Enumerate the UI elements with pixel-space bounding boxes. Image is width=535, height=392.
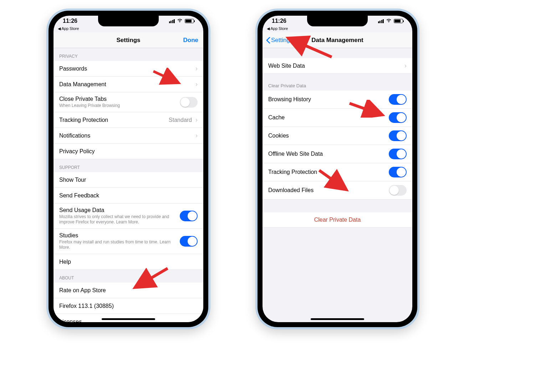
status-time: 11:26 (272, 18, 286, 24)
nav-title: Data Management (311, 37, 363, 44)
bezel: 11:26 ◀ App Store Settings Data Manageme… (258, 11, 417, 327)
cellular-icon (169, 19, 175, 23)
chevron-right-icon: › (404, 62, 407, 69)
row-close-private-tabs[interactable]: Close Private Tabs When Leaving Private … (54, 92, 203, 112)
row-tracking-protection-clear[interactable]: Tracking Protection (263, 163, 412, 181)
row-downloaded-files[interactable]: Downloaded Files (263, 181, 412, 200)
row-privacy-policy[interactable]: Privacy Policy (54, 144, 203, 159)
row-web-site-data[interactable]: Web Site Data › (263, 58, 412, 74)
row-show-tour[interactable]: Show Tour (54, 172, 203, 188)
section-clear-private-data: Clear Private Data (263, 74, 412, 91)
screen-left: 11:26 ◀ App Store Settings Done PRIVACY … (54, 16, 203, 322)
battery-icon (394, 19, 403, 23)
section-support: SUPPORT (54, 159, 203, 172)
status-time: 11:26 (63, 18, 77, 24)
notch (307, 16, 368, 26)
home-indicator[interactable] (311, 318, 364, 320)
row-send-feedback[interactable]: Send Feedback (54, 188, 203, 203)
row-passwords[interactable]: Passwords › (54, 61, 203, 77)
bezel: 11:26 ◀ App Store Settings Done PRIVACY … (49, 11, 208, 327)
phone-left: 11:26 ◀ App Store Settings Done PRIVACY … (46, 9, 210, 329)
back-button[interactable]: Settings (266, 37, 293, 44)
navbar: Settings Data Management (263, 32, 412, 48)
row-data-management[interactable]: Data Management › (54, 77, 203, 92)
row-version[interactable]: Firefox 113.1 (30885) (54, 298, 203, 314)
cellular-icon (378, 19, 384, 23)
done-button[interactable]: Done (183, 37, 199, 44)
row-tracking-protection[interactable]: Tracking Protection Standard › (54, 112, 203, 128)
screen-right: 11:26 ◀ App Store Settings Data Manageme… (263, 16, 412, 322)
chevron-left-icon (266, 37, 270, 43)
section-privacy: PRIVACY (54, 48, 203, 61)
settings-content: PRIVACY Passwords › Data Management › Cl… (54, 48, 203, 322)
row-notifications[interactable]: Notifications › (54, 128, 203, 144)
phone-right: 11:26 ◀ App Store Settings Data Manageme… (255, 9, 419, 329)
chevron-right-icon: › (195, 132, 198, 139)
toggle-cookies[interactable] (389, 130, 407, 141)
toggle-close-private-tabs[interactable] (180, 97, 198, 108)
toggle-offline-data[interactable] (389, 149, 407, 159)
row-help[interactable]: Help (54, 254, 203, 270)
navbar: Settings Done (54, 32, 203, 48)
chevron-right-icon: › (195, 81, 198, 88)
toggle-tracking-protection[interactable] (389, 167, 407, 177)
return-to-app[interactable]: ◀ App Store (54, 26, 203, 32)
status-icons (378, 18, 403, 24)
row-cookies[interactable]: Cookies (263, 127, 412, 145)
clear-private-data-button[interactable]: Clear Private Data (263, 212, 412, 228)
toggle-studies[interactable] (180, 236, 198, 247)
notch (98, 16, 159, 26)
toggle-cache[interactable] (389, 112, 407, 123)
row-offline-data[interactable]: Offline Web Site Data (263, 145, 412, 163)
row-rate-app-store[interactable]: Rate on App Store (54, 283, 203, 298)
tracking-protection-value: Standard (169, 117, 192, 123)
toggle-downloaded-files[interactable] (389, 185, 407, 196)
row-studies[interactable]: Studies Firefox may install and run stud… (54, 229, 203, 254)
battery-icon (185, 19, 194, 23)
row-cache[interactable]: Cache (263, 109, 412, 127)
data-mgmt-content: Web Site Data › Clear Private Data Brows… (263, 48, 412, 322)
chevron-right-icon: › (195, 116, 198, 124)
toggle-send-usage-data[interactable] (180, 211, 198, 221)
row-browsing-history[interactable]: Browsing History (263, 91, 412, 109)
status-icons (169, 18, 194, 24)
return-to-app[interactable]: ◀ App Store (263, 26, 412, 32)
home-indicator[interactable] (102, 318, 155, 320)
chevron-right-icon: › (195, 65, 198, 72)
wifi-icon (177, 18, 183, 24)
wifi-icon (386, 18, 392, 24)
row-send-usage-data[interactable]: Send Usage Data Mozilla strives to only … (54, 203, 203, 229)
toggle-browsing-history[interactable] (389, 94, 407, 105)
section-about: ABOUT (54, 270, 203, 283)
nav-title: Settings (116, 37, 140, 44)
